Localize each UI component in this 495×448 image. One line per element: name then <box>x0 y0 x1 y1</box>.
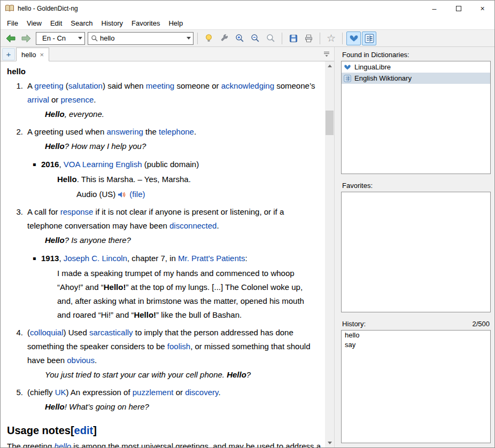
link[interactable]: foolish <box>167 342 190 351</box>
dictbar-wiktionary-toggle[interactable] <box>362 32 376 45</box>
menu-item-view[interactable]: View <box>22 18 46 29</box>
link[interactable]: hello <box>54 442 71 447</box>
link[interactable]: answering <box>106 127 143 136</box>
link[interactable]: Joseph C. Lincoln <box>64 254 127 263</box>
link[interactable]: greeting <box>34 81 63 90</box>
pronounce-button[interactable] <box>202 32 216 45</box>
found-dictionaries-list[interactable]: LinguaLibreEnglish Wiktionary <box>341 61 491 174</box>
chevron-down-icon <box>78 37 82 40</box>
close-button[interactable]: × <box>470 1 494 17</box>
link[interactable]: UK <box>55 388 66 397</box>
link[interactable]: response <box>60 207 94 216</box>
link[interactable]: arrival <box>27 95 49 104</box>
definition: 4.(colloquial) Used sarcastically to imp… <box>1 326 325 382</box>
history-item[interactable]: say <box>342 340 490 350</box>
example-sentence: Hello, everyone. <box>45 107 316 121</box>
article-scrollbar[interactable] <box>325 61 334 447</box>
definition-text: A call for response if it is not clear i… <box>27 205 316 233</box>
maximize-button[interactable] <box>446 1 470 17</box>
audio-line: Audio (US) (file) <box>76 187 316 201</box>
link[interactable]: puzzlement <box>133 388 174 397</box>
scroll-down-button[interactable] <box>325 438 334 447</box>
forward-button[interactable] <box>19 32 33 45</box>
definition-text: A greeting (salutation) said when meetin… <box>27 79 316 107</box>
menu-item-file[interactable]: File <box>3 18 22 29</box>
app-book-icon <box>5 4 14 13</box>
definition: 5.(chiefly UK) An expression of puzzleme… <box>1 386 325 414</box>
link[interactable]: sarcastically <box>89 328 133 337</box>
menu-item-favorites[interactable]: Favorites <box>127 18 164 29</box>
definition: 2.A greeting used when answering the tel… <box>1 125 325 201</box>
save-article-button[interactable] <box>286 32 300 45</box>
definitions-list: 1.A greeting (salutation) said when meet… <box>1 79 325 414</box>
menu-item-search[interactable]: Search <box>66 18 97 29</box>
search-input[interactable]: hello <box>88 32 194 45</box>
article: hello 1.A greeting (salutation) said whe… <box>1 61 325 447</box>
titlebar: hello - GoldenDict-ng – × <box>1 1 494 17</box>
definition-text: (chiefly UK) An expression of puzzlement… <box>27 386 316 399</box>
link[interactable]: edit <box>74 425 94 436</box>
link[interactable]: Mr. Pratt's Patients <box>178 254 245 263</box>
link[interactable]: acknowledging <box>221 81 274 90</box>
link[interactable]: discovery <box>185 388 218 397</box>
link[interactable]: VOA Learning English <box>64 160 142 169</box>
back-button[interactable] <box>3 32 18 45</box>
zoom-reset-button[interactable] <box>264 32 278 45</box>
speaker-icon[interactable] <box>118 191 126 198</box>
toolbar-separator <box>342 33 343 44</box>
link[interactable]: salutation <box>68 81 103 90</box>
search-value: hello <box>98 34 184 42</box>
app-window: hello - GoldenDict-ng – × FileViewEditSe… <box>0 0 495 448</box>
zoom-out-button[interactable] <box>248 32 262 45</box>
found-in-dictionaries-label: Found in Dictionaries: <box>341 50 491 61</box>
dictionary-item[interactable]: English Wiktionary <box>342 73 490 84</box>
menu-item-history[interactable]: History <box>97 18 127 29</box>
history-count: 2/500 <box>472 320 490 328</box>
dictbar-lingualibre-toggle[interactable] <box>346 32 361 45</box>
menu-item-edit[interactable]: Edit <box>46 18 66 29</box>
link[interactable]: disconnected <box>169 221 216 230</box>
quotation-citation: ▪2016, VOA Learning English (public doma… <box>33 158 316 171</box>
link[interactable]: telephone <box>159 127 194 136</box>
sidebar-splitter[interactable] <box>341 174 491 180</box>
tools-button[interactable] <box>217 32 231 45</box>
dictionary-item[interactable]: LinguaLibre <box>342 61 490 73</box>
scroll-up-button[interactable] <box>325 61 334 70</box>
article-pane: hello 1.A greeting (salutation) said whe… <box>1 61 334 447</box>
link[interactable]: (file) <box>129 187 145 201</box>
search-icon <box>91 35 98 42</box>
favorites-list[interactable] <box>341 192 491 312</box>
definition-number: 4. <box>1 326 27 382</box>
history-item[interactable]: hello <box>342 331 490 340</box>
toolbar-separator <box>320 33 320 44</box>
toolbar-separator <box>197 33 198 44</box>
dictionary-name: LinguaLibre <box>354 63 391 71</box>
zoom-in-button[interactable] <box>233 32 247 45</box>
favorites-label: Favorites: <box>341 180 491 192</box>
scrollbar-thumb[interactable] <box>326 111 334 135</box>
history-label: History: <box>342 320 366 328</box>
definition-number: 1. <box>1 79 27 121</box>
add-tab-button[interactable]: + <box>2 48 15 60</box>
lingualibre-icon <box>344 64 352 71</box>
article-headword: hello <box>7 67 325 76</box>
link[interactable]: presence <box>61 95 94 104</box>
link[interactable]: obvious <box>67 356 95 365</box>
add-to-favorites-button[interactable]: ☆ <box>324 32 338 45</box>
link[interactable]: colloquial <box>30 328 64 337</box>
tab-close-icon[interactable]: × <box>40 51 44 59</box>
menu-item-help[interactable]: Help <box>164 18 187 29</box>
history-list[interactable]: hellosay <box>341 330 491 443</box>
window-title: hello - GoldenDict-ng <box>18 5 78 12</box>
tab-hello[interactable]: hello × <box>16 48 49 61</box>
arrow-down-icon <box>328 442 332 444</box>
print-button[interactable] <box>301 32 316 45</box>
definition-number: 2. <box>1 125 27 201</box>
lingualibre-icon <box>349 34 359 43</box>
language-pair-select[interactable]: En - Cn <box>36 32 85 45</box>
link[interactable]: meeting <box>146 81 174 90</box>
sidebar-splitter[interactable] <box>341 312 491 319</box>
minimize-button[interactable]: – <box>422 1 446 17</box>
tab-list-button[interactable] <box>320 48 333 60</box>
wiktionary-icon <box>365 34 374 43</box>
